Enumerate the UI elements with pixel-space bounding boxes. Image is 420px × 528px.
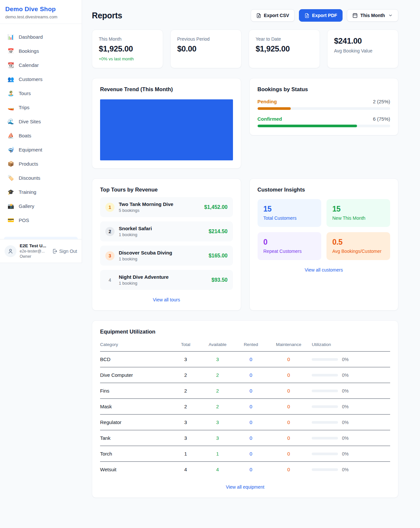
person-icon	[8, 248, 13, 254]
view-all-customers-link[interactable]: View all customers	[258, 267, 390, 273]
charts-row: Revenue Trend (This Month) Bookings by S…	[92, 78, 398, 169]
sidebar-item-products[interactable]: 📦 Products	[4, 157, 78, 171]
sign-out-label: Sign Out	[59, 249, 77, 254]
rank-badge: 4	[105, 275, 115, 285]
cell-rented: 0	[236, 430, 265, 446]
sidebar-item-bookings[interactable]: 📅 Bookings	[4, 44, 78, 58]
tour-name: Two Tank Morning Dive	[119, 201, 173, 207]
status-count: 6 (75%)	[373, 116, 390, 122]
calendar-icon	[352, 13, 358, 18]
tour-bookings: 1 booking	[119, 232, 152, 237]
utilization-bar	[312, 405, 338, 408]
dashboard-icon: 📊	[7, 34, 14, 40]
stat-card-this-month: This Month $1,925.00 +0% vs last month	[92, 30, 163, 68]
sidebar-item-boats[interactable]: ⛵ Boats	[4, 129, 78, 143]
sidebar-item-label: Customers	[19, 76, 43, 82]
stat-value: $0.00	[177, 44, 235, 53]
tour-row: 1 Two Tank Morning Dive 5 bookings $1,45…	[100, 197, 233, 217]
sidebar-item-customers[interactable]: 👥 Customers	[4, 72, 78, 86]
cell-total: 2	[173, 367, 199, 383]
period-dropdown[interactable]: This Month	[347, 9, 398, 22]
avatar	[5, 245, 16, 257]
bookings-icon: 📅	[7, 48, 14, 54]
utilization-pct: 0%	[342, 404, 348, 409]
utilization-cell: 0%	[312, 420, 390, 425]
equipment-table: Category Total Available Rented Maintena…	[100, 339, 390, 477]
utilization-pct: 0%	[342, 388, 348, 394]
utilization-bar	[312, 421, 338, 424]
insight-value: 0	[263, 238, 315, 247]
tour-row: 4 Night Dive Adventure 1 booking $93.50	[100, 270, 233, 290]
insight-label: New This Month	[332, 215, 384, 221]
sidebar-item-reports-active[interactable]	[4, 237, 78, 239]
progress-track	[258, 107, 390, 110]
sidebar-item-dashboard[interactable]: 📊 Dashboard	[4, 30, 78, 44]
tour-bookings: 5 bookings	[119, 208, 173, 213]
sidebar-item-training[interactable]: 🎓 Training	[4, 185, 78, 199]
sidebar-item-dive-sites[interactable]: 🌊 Dive Sites	[4, 114, 78, 129]
view-all-tours-link[interactable]: View all tours	[100, 297, 233, 302]
page-title: Reports	[92, 11, 122, 20]
sidebar-item-discounts[interactable]: 🏷️ Discounts	[4, 171, 78, 185]
progress-track	[258, 125, 390, 127]
cell-available: 2	[199, 399, 237, 415]
user-panel: E2E Test U... e2e-tester@... Owner Sign …	[0, 239, 82, 263]
stat-value: $1,925.00	[256, 44, 313, 53]
tour-amount: $93.50	[212, 277, 228, 283]
stat-value: $1,925.00	[99, 44, 156, 53]
trips-icon: 🚤	[7, 104, 14, 111]
sidebar-item-equipment[interactable]: 🤿 Equipment	[4, 143, 78, 157]
gallery-icon: 📸	[7, 203, 14, 209]
cell-category: Wetsuit	[100, 462, 173, 477]
cell-available: 3	[199, 430, 237, 446]
utilization-pct: 0%	[342, 451, 348, 457]
export-pdf-button[interactable]: Export PDF	[299, 9, 343, 22]
sidebar-item-trips[interactable]: 🚤 Trips	[4, 100, 78, 114]
cell-maintenance: 0	[265, 399, 312, 415]
utilization-cell: 0%	[312, 451, 390, 457]
sidebar-item-label: Calendar	[19, 62, 39, 68]
training-icon: 🎓	[7, 189, 14, 195]
export-csv-button[interactable]: Export CSV	[251, 9, 295, 22]
top-tours-title: Top Tours by Revenue	[100, 187, 233, 193]
stat-label: This Month	[99, 36, 156, 42]
cell-maintenance: 0	[265, 367, 312, 383]
utilization-pct: 0%	[342, 467, 348, 472]
stat-label: Year to Date	[256, 36, 313, 42]
view-all-equipment-link[interactable]: View all equipment	[100, 484, 390, 490]
sidebar-item-pos[interactable]: 💳 POS	[4, 213, 78, 227]
tour-name: Discover Scuba Diving	[119, 250, 172, 255]
sidebar-item-gallery[interactable]: 📸 Gallery	[4, 199, 78, 213]
table-row: Mask 2 2 0 0 0%	[100, 399, 390, 415]
tours-icon: 🏝️	[7, 90, 14, 96]
status-label: Confirmed	[258, 116, 282, 122]
utilization-cell: 0%	[312, 388, 390, 394]
sidebar-item-calendar[interactable]: 📆 Calendar	[4, 58, 78, 72]
sidebar-item-label: Dive Sites	[19, 119, 41, 124]
tour-amount: $214.50	[209, 229, 228, 234]
col-header-total: Total	[173, 339, 199, 352]
insights-grid: 15 Total Customers 15 New This Month 0 R…	[258, 199, 390, 260]
export-pdf-label: Export PDF	[312, 13, 337, 18]
file-download-icon	[256, 13, 261, 18]
progress-fill-confirmed	[258, 125, 357, 127]
pos-icon: 💳	[7, 217, 14, 223]
cell-maintenance: 0	[265, 352, 312, 367]
stat-card-previous-period: Previous Period $0.00	[170, 30, 242, 68]
sign-out-button[interactable]: Sign Out	[52, 249, 77, 254]
insight-value: 15	[263, 205, 315, 213]
table-row: Torch 1 1 0 0 0%	[100, 446, 390, 462]
equipment-utilization-title: Equipment Utilization	[100, 329, 390, 335]
sidebar-item-label: Training	[19, 189, 36, 195]
table-header-row: Category Total Available Rented Maintena…	[100, 339, 390, 352]
tour-row: 2 Snorkel Safari 1 booking $214.50	[100, 221, 233, 241]
chevron-down-icon	[388, 13, 393, 18]
tour-name: Snorkel Safari	[119, 226, 152, 231]
cell-maintenance: 0	[265, 430, 312, 446]
sidebar-item-tours[interactable]: 🏝️ Tours	[4, 86, 78, 100]
insight-avg-bookings: 0.5 Avg Bookings/Customer	[326, 232, 390, 260]
main-content: Reports Export CSV Export PDF This Month	[82, 0, 420, 511]
cell-rented: 0	[236, 462, 265, 477]
sidebar-item-label: Bookings	[19, 48, 39, 54]
progress-fill-pending	[258, 107, 291, 110]
